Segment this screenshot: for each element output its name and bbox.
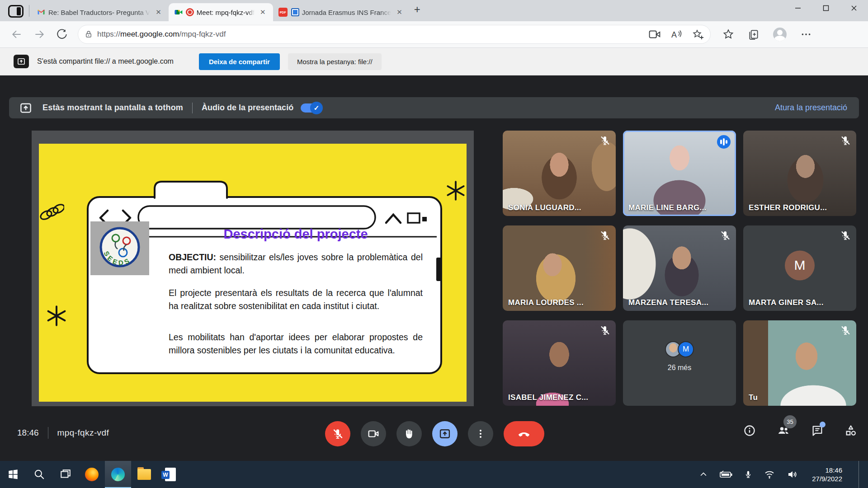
self-tile[interactable]: Tu xyxy=(743,320,856,406)
url-text[interactable]: https://meet.google.com/mpq-fqkz-vdf xyxy=(97,30,639,39)
maximize-button[interactable] xyxy=(812,0,840,16)
wifi-icon[interactable] xyxy=(764,469,775,480)
tab-actions-icon[interactable] xyxy=(8,5,24,18)
new-tab-button[interactable]: + xyxy=(414,3,420,16)
participant-tile[interactable]: M MARTA GINER SA... xyxy=(743,225,856,311)
tab-title: Re: Babel Traductors- Pregunta V xyxy=(48,9,150,16)
screen-share-icon xyxy=(14,55,29,68)
refresh-icon[interactable] xyxy=(56,28,68,40)
participant-name: ISABEL JIMENEZ C... xyxy=(508,393,588,402)
present-button-active[interactable] xyxy=(432,421,458,446)
volume-icon[interactable] xyxy=(787,469,797,480)
tab-gmail[interactable]: Re: Babel Traductors- Pregunta V ✕ xyxy=(31,3,169,21)
overflow-avatars: M xyxy=(623,341,736,357)
avatar: M xyxy=(785,250,815,280)
presentation-audio-label: Àudio de la presentació xyxy=(202,103,293,113)
participant-tile[interactable]: ESTHER RODRIGU... xyxy=(743,131,856,216)
lock-icon[interactable] xyxy=(85,30,93,39)
tab-pdf[interactable]: PDF Jornada Erasmus INS France ✕ xyxy=(273,3,410,21)
asterisk-doodle xyxy=(46,305,67,326)
presentation-slide: SEEDS Descripció del projecte OBJECTIU: … xyxy=(39,144,467,402)
browser-toolbar: https://meet.google.com/mpq-fqkz-vdf A xyxy=(0,21,868,48)
stop-presentation-link[interactable]: Atura la presentació xyxy=(775,103,847,113)
participant-tile[interactable]: MARZENA TERESA... xyxy=(623,225,736,311)
mic-off-icon xyxy=(840,325,851,336)
read-aloud-icon[interactable]: A xyxy=(670,29,682,40)
participant-name: MARZENA TERESA... xyxy=(628,298,708,307)
chat-icon[interactable] xyxy=(811,424,824,437)
gmail-icon xyxy=(37,8,46,17)
close-window-button[interactable] xyxy=(840,0,868,16)
task-view-icon[interactable] xyxy=(52,461,79,488)
word-document-icon[interactable] xyxy=(157,461,184,488)
people-icon[interactable]: 35 xyxy=(777,424,790,437)
slide-title: Descripció del projecte xyxy=(169,227,423,242)
activities-icon[interactable] xyxy=(844,424,857,437)
search-icon[interactable] xyxy=(26,461,52,488)
forward-icon[interactable] xyxy=(33,28,45,40)
participant-name: ESTHER RODRIGU... xyxy=(749,203,827,212)
profile-avatar[interactable] xyxy=(773,28,787,41)
svg-text:A: A xyxy=(671,30,677,39)
avatar: M xyxy=(678,341,694,357)
tray-mic-icon[interactable] xyxy=(744,469,752,480)
windows-taskbar: 18:46 27/9/2022 xyxy=(0,461,868,488)
tab-title: Jornada Erasmus INS France xyxy=(302,9,392,16)
firefox-icon[interactable] xyxy=(79,461,105,488)
meet-icon xyxy=(174,8,183,17)
collections-icon[interactable] xyxy=(748,28,760,40)
mic-off-icon xyxy=(599,325,610,336)
system-tray: 18:46 27/9/2022 xyxy=(699,461,862,488)
mic-off-icon xyxy=(599,230,610,241)
show-tab-button[interactable]: Mostra la pestanya: file:// xyxy=(288,53,382,70)
participant-tile[interactable]: SONIA LUGUARD... xyxy=(503,131,616,216)
slide-paragraph: Les mobilitats han d'aportar idees per e… xyxy=(169,331,423,357)
stop-sharing-button[interactable]: Deixa de compartir xyxy=(199,53,280,70)
raise-hand-button[interactable] xyxy=(396,421,422,446)
presenting-message: Estàs mostrant la pantalla a tothom xyxy=(42,103,183,113)
browser-tab-strip: Re: Babel Traductors- Pregunta V ✕ Meet:… xyxy=(0,0,868,21)
participant-tile[interactable]: MARIA LOURDES ... xyxy=(503,225,616,311)
presentation-audio-toggle[interactable]: ✓ xyxy=(301,103,321,113)
participant-name: MARTA GINER SA... xyxy=(749,298,824,307)
tray-chevron-icon[interactable] xyxy=(699,470,708,479)
slide-paragraph: El projecte presentarà els resultats de … xyxy=(169,286,423,313)
tab-close-icon[interactable]: ✕ xyxy=(153,7,164,17)
participant-count-badge: 35 xyxy=(783,415,797,428)
spring-doodle xyxy=(39,202,64,223)
tab-close-icon[interactable]: ✕ xyxy=(394,7,405,17)
participant-name: SONIA LUGUARD... xyxy=(508,203,581,212)
camera-button[interactable] xyxy=(361,421,386,446)
minimize-button[interactable] xyxy=(784,0,812,16)
back-icon[interactable] xyxy=(11,28,23,40)
info-icon[interactable] xyxy=(743,424,756,437)
camera-sharing-icon[interactable] xyxy=(649,29,660,39)
mic-button-muted[interactable] xyxy=(325,421,350,446)
file-explorer-icon[interactable] xyxy=(131,461,157,488)
share-banner-text: S'està compartint file:// a meet.google.… xyxy=(37,57,174,66)
address-bar[interactable]: https://meet.google.com/mpq-fqkz-vdf A xyxy=(78,25,711,44)
more-options-button[interactable] xyxy=(468,421,493,446)
start-button[interactable] xyxy=(0,461,26,488)
taskbar-clock[interactable]: 18:46 27/9/2022 xyxy=(812,466,842,483)
end-call-button[interactable] xyxy=(504,421,544,446)
overflow-tile[interactable]: M 26 més xyxy=(623,320,736,406)
battery-icon[interactable] xyxy=(720,470,732,479)
tab-meet-active[interactable]: Meet: mpq-fqkz-vdf ✕ xyxy=(169,3,273,21)
participant-tile-speaking[interactable]: MARIE LINE BARG... xyxy=(623,131,736,216)
mic-off-icon xyxy=(720,230,731,241)
participant-name: MARIA LOURDES ... xyxy=(508,298,584,307)
edge-icon-active[interactable] xyxy=(105,461,131,488)
show-desktop-button[interactable] xyxy=(859,461,862,488)
mic-off-icon xyxy=(840,135,851,146)
tab-close-icon[interactable]: ✕ xyxy=(257,7,269,17)
screen: Re: Babel Traductors- Pregunta V ✕ Meet:… xyxy=(0,0,868,488)
mic-off-icon xyxy=(599,135,610,146)
seeds-logo: SEEDS xyxy=(90,221,149,275)
participant-tile[interactable]: ISABEL JIMENEZ C... xyxy=(503,320,616,406)
add-favorite-icon[interactable] xyxy=(692,29,704,40)
favorites-icon[interactable] xyxy=(722,28,734,40)
meet-main: Estàs mostrant la pantalla a tothom Àudi… xyxy=(0,75,868,461)
settings-menu-icon[interactable] xyxy=(800,28,812,40)
toolbar-right-icons xyxy=(722,28,812,41)
